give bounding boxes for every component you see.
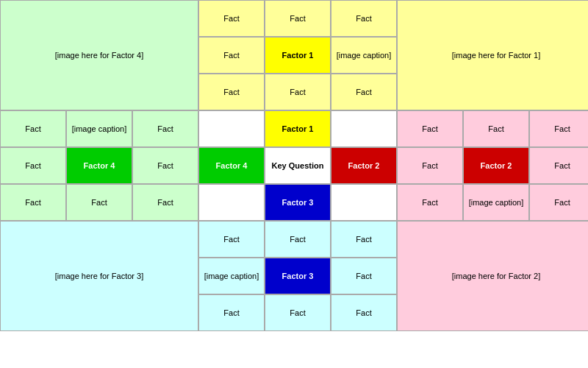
fact-r3c6: Fact bbox=[331, 74, 397, 110]
fact-r7c4: Fact bbox=[198, 221, 265, 258]
fact-r4c7: Fact bbox=[397, 110, 463, 147]
factor4-image: [image here for Factor 4] bbox=[0, 0, 198, 110]
fact-r1c4: Fact bbox=[198, 0, 265, 37]
fact-r1c6: Fact bbox=[331, 0, 397, 37]
fact-r9c4: Fact bbox=[198, 294, 265, 331]
factor3-r6c5: Factor 3 bbox=[265, 184, 331, 221]
fact-r7c6: Fact bbox=[331, 221, 397, 258]
empty-r4c6 bbox=[331, 110, 397, 147]
image-caption-r2c6: [image caption] bbox=[331, 37, 397, 74]
factor1-r4c5: Factor 1 bbox=[265, 110, 331, 147]
fact-r8c6: Fact bbox=[331, 258, 397, 294]
main-grid: [image here for Factor 4] Fact Fact Fact… bbox=[0, 0, 588, 368]
fact-r2c4: Fact bbox=[198, 37, 265, 74]
fact-r3c5: Fact bbox=[265, 74, 331, 110]
fact-r1c5: Fact bbox=[265, 0, 331, 37]
fact-r7c5: Fact bbox=[265, 221, 331, 258]
key-question: Key Question bbox=[265, 147, 331, 184]
fact-r6c2: Fact bbox=[66, 184, 132, 221]
factor2-r5c6: Factor 2 bbox=[331, 147, 397, 184]
factor1-center: Factor 1 bbox=[265, 37, 331, 74]
fact-r5c9: Fact bbox=[529, 147, 588, 184]
fact-r6c1: Fact bbox=[0, 184, 66, 221]
fact-r9c6: Fact bbox=[331, 294, 397, 331]
factor2-image: [image here for Factor 2] bbox=[397, 221, 588, 331]
factor1-image: [image here for Factor 1] bbox=[397, 0, 588, 110]
fact-r6c3: Fact bbox=[132, 184, 198, 221]
factor4-r5c2: Factor 4 bbox=[66, 147, 132, 184]
fact-r5c3: Fact bbox=[132, 147, 198, 184]
image-caption-r8c4: [image caption] bbox=[198, 258, 265, 294]
fact-r4c3: Fact bbox=[132, 110, 198, 147]
empty-r6c6 bbox=[331, 184, 397, 221]
fact-r5c1: Fact bbox=[0, 147, 66, 184]
fact-r4c8: Fact bbox=[463, 110, 529, 147]
factor2-r5c8: Factor 2 bbox=[463, 147, 529, 184]
fact-r5c7: Fact bbox=[397, 147, 463, 184]
fact-r3c4: Fact bbox=[198, 74, 265, 110]
fact-r4c1: Fact bbox=[0, 110, 66, 147]
fact-r9c5: Fact bbox=[265, 294, 331, 331]
empty-r6c4 bbox=[198, 184, 265, 221]
fact-r6c9: Fact bbox=[529, 184, 588, 221]
image-caption-r4c2: [image caption] bbox=[66, 110, 132, 147]
factor4-r5c4: Factor 4 bbox=[198, 147, 265, 184]
empty-r4c4 bbox=[198, 110, 265, 147]
image-caption-r6c8: [image caption] bbox=[463, 184, 529, 221]
fact-r6c7: Fact bbox=[397, 184, 463, 221]
factor3-r8c5: Factor 3 bbox=[265, 258, 331, 294]
fact-r4c9: Fact bbox=[529, 110, 588, 147]
factor3-image: [image here for Factor 3] bbox=[0, 221, 198, 331]
